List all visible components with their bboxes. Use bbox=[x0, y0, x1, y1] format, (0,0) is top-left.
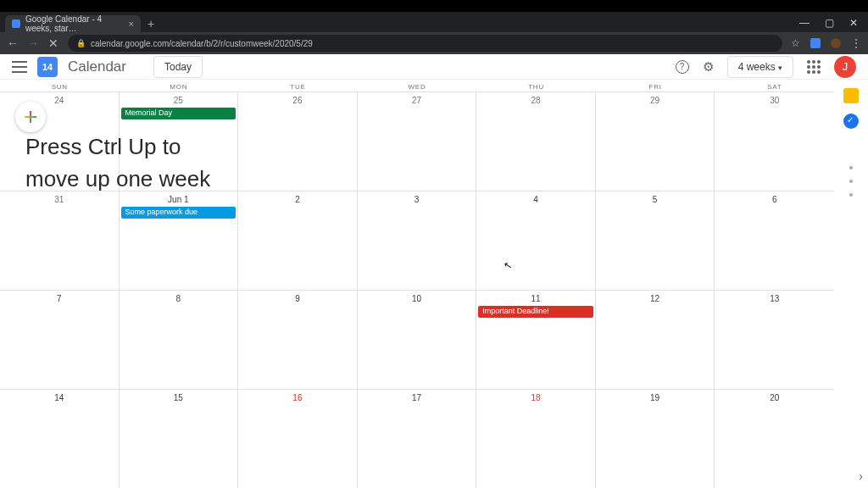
chevron-down-icon: ▾ bbox=[778, 64, 782, 72]
url-text: calendar.google.com/calendar/b/2/r/custo… bbox=[91, 39, 313, 48]
date-number: 30 bbox=[715, 92, 834, 105]
window-close-button[interactable]: ✕ bbox=[849, 17, 858, 29]
day-cell[interactable]: 10 bbox=[358, 291, 477, 389]
weekday-header-row: SUN MON TUE WED THU FRI SAT bbox=[0, 80, 834, 92]
forward-button[interactable]: → bbox=[27, 36, 39, 50]
date-number: 28 bbox=[476, 92, 595, 105]
side-panel-toggle-icon[interactable]: › bbox=[859, 469, 863, 483]
event-chip[interactable]: Some paperwork due bbox=[121, 207, 236, 219]
browser-tabstrip: Google Calendar - 4 weeks, star… × + — ▢… bbox=[0, 12, 868, 32]
calendar-logo-icon: 14 bbox=[37, 57, 58, 77]
browser-toolbar: ← → ✕ 🔒 calendar.google.com/calendar/b/2… bbox=[0, 32, 868, 54]
main-menu-button[interactable] bbox=[12, 61, 27, 73]
day-cell[interactable]: 19 bbox=[596, 390, 715, 488]
stop-reload-button[interactable]: ✕ bbox=[47, 36, 59, 50]
weekday-label: SAT bbox=[715, 80, 834, 92]
day-cell[interactable]: 30 bbox=[715, 92, 834, 191]
date-number: 15 bbox=[120, 390, 238, 402]
day-cell[interactable]: 13 bbox=[715, 291, 834, 389]
weekday-label: THU bbox=[476, 80, 596, 92]
day-cell[interactable]: 26 bbox=[238, 92, 358, 191]
day-cell[interactable]: 14 bbox=[0, 390, 120, 488]
settings-gear-icon[interactable]: ⚙ bbox=[703, 59, 714, 75]
day-cell[interactable]: 29 bbox=[596, 92, 715, 191]
date-number: 11 bbox=[476, 291, 595, 303]
day-cell[interactable]: 7 bbox=[0, 291, 120, 389]
google-apps-icon[interactable] bbox=[807, 60, 821, 74]
os-titlebar bbox=[0, 0, 868, 12]
date-number: 9 bbox=[238, 291, 357, 303]
date-number: 25 bbox=[120, 92, 238, 105]
day-cell[interactable]: 8 bbox=[120, 291, 239, 389]
tab-close-icon[interactable]: × bbox=[129, 19, 134, 29]
week-row: 31 Jun 1 Some paperwork due 2 3 4 5 6 bbox=[0, 191, 834, 290]
today-button[interactable]: Today bbox=[153, 56, 203, 78]
day-cell[interactable]: 5 bbox=[596, 191, 715, 290]
browser-menu-button[interactable]: ⋮ bbox=[851, 37, 861, 49]
view-selector[interactable]: 4 weeks ▾ bbox=[727, 56, 793, 78]
date-number: 24 bbox=[0, 92, 119, 105]
day-cell[interactable]: 4 bbox=[476, 191, 596, 290]
weekday-label: TUE bbox=[238, 80, 358, 92]
week-row: 7 8 9 10 11 Important Deadline! 12 13 bbox=[0, 290, 834, 389]
date-number: 6 bbox=[715, 191, 834, 204]
date-number: 2 bbox=[238, 191, 357, 204]
browser-tab[interactable]: Google Calendar - 4 weeks, star… × bbox=[5, 15, 141, 32]
account-avatar[interactable]: J bbox=[834, 56, 856, 78]
day-cell[interactable]: 9 bbox=[238, 291, 358, 389]
weekday-label: SUN bbox=[0, 80, 120, 92]
tutorial-overlay-text: Press Ctrl Up to move up one week bbox=[25, 130, 210, 195]
lock-icon: 🔒 bbox=[76, 39, 86, 47]
extension-icon-1[interactable] bbox=[810, 38, 821, 48]
day-cell[interactable]: 2 bbox=[238, 191, 358, 290]
day-cell[interactable]: 20 bbox=[715, 390, 834, 488]
event-chip[interactable]: Memorial Day bbox=[121, 108, 236, 119]
day-cell[interactable]: 15 bbox=[120, 390, 239, 488]
back-button[interactable]: ← bbox=[7, 36, 19, 50]
window-maximize-button[interactable]: ▢ bbox=[825, 17, 834, 29]
week-row: 14 15 16 17 18 19 20 bbox=[0, 389, 834, 488]
date-number: 19 bbox=[596, 390, 715, 402]
date-number: 27 bbox=[358, 92, 476, 105]
date-number: 13 bbox=[715, 291, 834, 303]
day-cell[interactable]: 17 bbox=[358, 390, 477, 488]
weekday-label: FRI bbox=[596, 80, 715, 92]
day-cell[interactable]: 6 bbox=[715, 191, 834, 290]
day-cell[interactable]: 11 Important Deadline! bbox=[476, 291, 596, 389]
favicon-icon bbox=[12, 19, 20, 28]
day-cell[interactable]: 12 bbox=[596, 291, 715, 389]
bookmark-star-icon[interactable]: ☆ bbox=[791, 37, 800, 49]
keep-icon[interactable] bbox=[843, 88, 859, 103]
date-number: 10 bbox=[358, 291, 476, 303]
date-number: 29 bbox=[596, 92, 715, 105]
day-cell[interactable]: 28 bbox=[476, 92, 596, 191]
window-minimize-button[interactable]: — bbox=[799, 17, 810, 29]
calendar-app: 14 Calendar Today ? ⚙ 4 weeks ▾ J SUN MO… bbox=[0, 54, 868, 488]
extension-icon-2[interactable] bbox=[831, 38, 841, 48]
help-icon[interactable]: ? bbox=[676, 60, 689, 74]
date-number: 14 bbox=[0, 390, 119, 402]
day-cell[interactable]: Jun 1 Some paperwork due bbox=[120, 191, 239, 290]
date-number: 3 bbox=[358, 191, 476, 204]
date-number: 17 bbox=[358, 390, 476, 402]
side-panel bbox=[834, 80, 868, 488]
date-number: 5 bbox=[596, 191, 715, 204]
date-number: 20 bbox=[715, 390, 834, 402]
new-tab-button[interactable]: + bbox=[147, 17, 154, 30]
side-panel-dot bbox=[849, 193, 853, 197]
day-cell[interactable]: 3 bbox=[358, 191, 477, 290]
date-number: 18 bbox=[476, 390, 595, 402]
tasks-icon[interactable] bbox=[843, 114, 859, 129]
side-panel-dot bbox=[849, 166, 853, 169]
create-event-button[interactable] bbox=[15, 102, 46, 132]
day-cell[interactable]: 18 bbox=[476, 390, 596, 488]
weekday-label: WED bbox=[358, 80, 477, 92]
plus-icon bbox=[25, 111, 36, 123]
event-chip[interactable]: Important Deadline! bbox=[478, 306, 593, 318]
day-cell[interactable]: 27 bbox=[358, 92, 477, 191]
day-cell[interactable]: 16 bbox=[238, 390, 358, 488]
address-bar[interactable]: 🔒 calendar.google.com/calendar/b/2/r/cus… bbox=[68, 35, 782, 52]
day-cell[interactable]: 31 bbox=[0, 191, 120, 290]
date-number: 8 bbox=[120, 291, 238, 303]
date-number: 12 bbox=[596, 291, 715, 303]
